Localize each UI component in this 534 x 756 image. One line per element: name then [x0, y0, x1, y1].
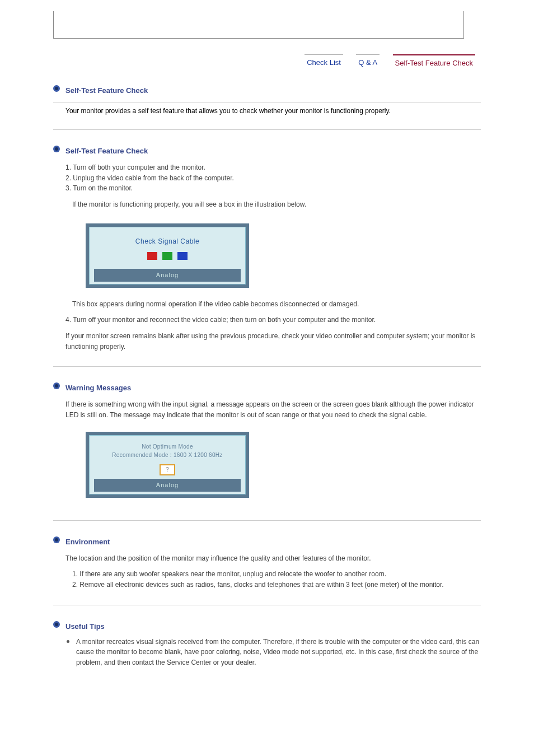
section-bullet-icon	[53, 621, 61, 629]
osd-check-signal-figure: Check Signal Cable Analog	[86, 223, 249, 288]
divider	[53, 605, 481, 605]
tab-self-test[interactable]: Self-Test Feature Check	[393, 54, 475, 69]
tab-q-and-a[interactable]: Q & A	[356, 54, 380, 69]
divider	[53, 520, 481, 521]
section-bullet-icon	[53, 536, 61, 544]
step-note: This box appears during normal operation…	[72, 299, 481, 310]
section-paragraph: The location and the position of the mon…	[65, 553, 481, 564]
osd-warn-line1: Not Optimum Mode	[94, 442, 241, 451]
osd-color-squares	[94, 252, 241, 263]
divider	[53, 129, 481, 130]
osd-warn-line2: Recommended Mode : 1600 X 1200 60Hz	[94, 451, 241, 460]
section-title: Useful Tips	[65, 621, 481, 632]
section-bullet-icon	[53, 146, 61, 153]
osd-square-red	[147, 252, 157, 260]
step-intro: If the monitor is functioning properly, …	[72, 199, 481, 210]
tab-check-list[interactable]: Check List	[305, 54, 343, 69]
osd-mode-label: Analog	[94, 479, 241, 492]
step-text: 3. Turn on the monitor.	[65, 183, 481, 194]
section-paragraph: If there is something wrong with the inp…	[65, 399, 481, 420]
list-item-text: A monitor recreates visual signals recei…	[76, 637, 481, 668]
section-title: Self-Test Feature Check	[65, 146, 481, 157]
section-bullet-icon	[53, 85, 61, 93]
section-title: Environment	[65, 536, 481, 548]
step-note: If your monitor screen remains blank aft…	[65, 331, 481, 352]
top-empty-frame	[53, 11, 464, 39]
osd-title: Check Signal Cable	[94, 236, 241, 247]
section-title: Self-Test Feature Check	[65, 85, 481, 96]
osd-question-box: ?	[160, 464, 175, 475]
divider	[53, 102, 481, 102]
sub-nav-tabs: Check List Q & A Self-Test Feature Check	[53, 54, 481, 69]
osd-square-green	[162, 252, 172, 260]
divider	[53, 366, 481, 367]
section-paragraph: Your monitor provides a self test featur…	[65, 107, 481, 115]
osd-not-optimum-figure: Not Optimum Mode Recommended Mode : 1600…	[86, 432, 249, 498]
osd-mode-label: Analog	[94, 269, 241, 282]
step-text: 4. Turn off your monitor and reconnect t…	[65, 315, 481, 325]
step-text: 1. If there are any sub woofer speakers …	[72, 569, 481, 580]
step-text: 2. Unplug the video cable from the back …	[65, 173, 481, 184]
section-title: Warning Messages	[65, 382, 481, 394]
step-text: 2. Remove all electronic devices such as…	[72, 580, 481, 590]
osd-square-blue	[177, 252, 188, 260]
step-text: 1. Turn off both your computer and the m…	[65, 162, 481, 173]
list-bullet-icon	[67, 640, 69, 643]
section-bullet-icon	[53, 382, 61, 390]
